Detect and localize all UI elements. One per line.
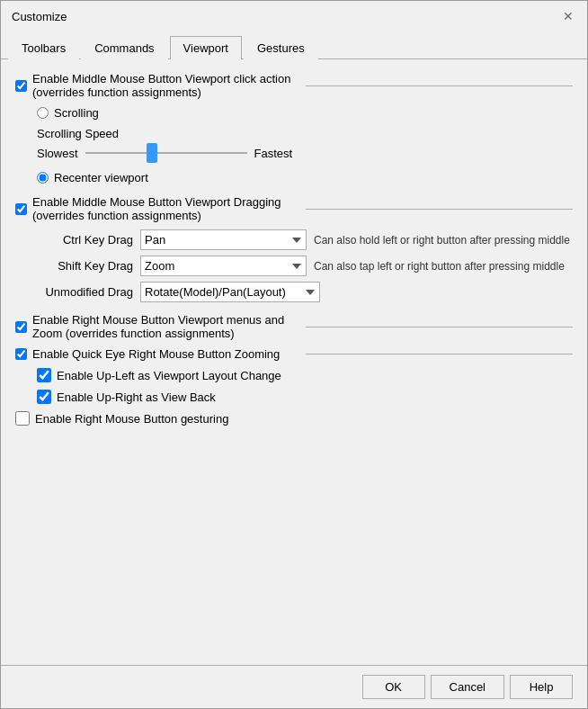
quick-eye-label: Enable Quick Eye Right Mouse Button Zoom…	[32, 347, 300, 361]
rmb-gesture-row: Enable Right Mouse Button gesturing	[15, 411, 573, 426]
mmb-drag-section: Enable Middle Mouse Button Viewport Drag…	[15, 195, 573, 222]
shift-drag-row: Shift Key Drag Zoom Pan Rotate(Model)/Pa…	[37, 256, 573, 276]
tab-toolbars[interactable]: Toolbars	[8, 36, 79, 59]
scrolling-label: Scrolling	[54, 106, 99, 120]
viewport-content: Enable Middle Mouse Button Viewport clic…	[1, 59, 587, 665]
tab-commands[interactable]: Commands	[81, 36, 167, 59]
tab-viewport[interactable]: Viewport	[170, 36, 242, 59]
shift-key-select[interactable]: Zoom Pan Rotate(Model)/Pan(Layout) None	[140, 256, 307, 276]
up-right-row: Enable Up-Right as View Back	[37, 390, 573, 404]
scrolling-speed-label-row: Scrolling Speed	[37, 127, 573, 140]
slider-track[interactable]	[85, 144, 247, 162]
up-right-checkbox[interactable]	[37, 390, 51, 404]
rmb-zoom-section: Enable Right Mouse Button Viewport menus…	[15, 313, 573, 340]
quick-eye-divider	[306, 354, 574, 354]
recenter-radio[interactable]	[37, 172, 49, 184]
slider-min-label: Slowest	[37, 147, 78, 160]
up-left-label: Enable Up-Left as Viewport Layout Change	[57, 369, 281, 382]
rmb-zoom-checkbox[interactable]	[15, 321, 27, 333]
close-button[interactable]: ✕	[560, 8, 576, 24]
mmb-click-label: Enable Middle Mouse Button Viewport clic…	[32, 72, 300, 99]
ctrl-drag-row: Ctrl Key Drag Pan Zoom Rotate(Model)/Pan…	[37, 229, 573, 250]
ctrl-key-label: Ctrl Key Drag	[37, 233, 140, 247]
up-left-checkbox[interactable]	[37, 368, 51, 382]
mmb-drag-label: Enable Middle Mouse Button Viewport Drag…	[32, 195, 300, 222]
quick-eye-checkbox[interactable]	[15, 348, 27, 360]
mmb-click-section: Enable Middle Mouse Button Viewport clic…	[15, 72, 573, 99]
rmb-zoom-divider	[306, 327, 574, 328]
tab-bar: Toolbars Commands Viewport Gestures	[1, 31, 587, 59]
recenter-radio-row: Recenter viewport	[37, 171, 573, 184]
ctrl-key-hint: Can also hold left or right button after…	[314, 234, 570, 247]
unmodified-drag-row: Unmodified Drag Rotate(Model)/Pan(Layout…	[37, 282, 573, 302]
mmb-click-divider	[306, 85, 574, 86]
scrolling-speed-label: Scrolling Speed	[37, 127, 119, 140]
unmodified-label: Unmodified Drag	[37, 285, 140, 299]
ok-button[interactable]: OK	[362, 675, 425, 699]
dialog-title: Customize	[12, 10, 67, 23]
scrolling-radio-row: Scrolling	[37, 106, 573, 120]
up-left-row: Enable Up-Left as Viewport Layout Change	[37, 368, 573, 382]
cancel-button[interactable]: Cancel	[431, 675, 504, 699]
title-bar: Customize ✕	[1, 1, 587, 31]
quick-eye-section: Enable Quick Eye Right Mouse Button Zoom…	[15, 347, 573, 361]
help-button[interactable]: Help	[510, 675, 573, 699]
rmb-gesture-label: Enable Right Mouse Button gesturing	[35, 412, 228, 426]
ctrl-key-select[interactable]: Pan Zoom Rotate(Model)/Pan(Layout) None	[140, 229, 307, 250]
slider-max-label: Fastest	[254, 147, 293, 160]
dialog-footer: OK Cancel Help	[1, 665, 587, 708]
slider-row: Slowest Fastest	[37, 144, 573, 162]
tab-gestures[interactable]: Gestures	[244, 36, 318, 59]
rmb-gesture-checkbox[interactable]	[15, 411, 30, 426]
mmb-drag-divider	[306, 209, 574, 210]
recenter-label: Recenter viewport	[54, 171, 148, 184]
scrolling-speed-section: Scrolling Speed Slowest Fastest	[37, 127, 573, 162]
mmb-click-checkbox[interactable]	[15, 80, 27, 92]
shift-key-hint: Can also tap left or right button after …	[314, 260, 565, 273]
slider-line	[85, 152, 247, 154]
shift-key-label: Shift Key Drag	[37, 259, 140, 273]
rmb-zoom-label: Enable Right Mouse Button Viewport menus…	[32, 313, 300, 340]
up-right-label: Enable Up-Right as View Back	[57, 390, 216, 404]
customize-dialog: Customize ✕ Toolbars Commands Viewport G…	[0, 0, 588, 709]
scrolling-radio[interactable]	[37, 107, 49, 119]
slider-thumb[interactable]	[147, 143, 157, 163]
unmodified-select[interactable]: Rotate(Model)/Pan(Layout) Pan Zoom None	[140, 282, 320, 302]
mmb-drag-checkbox[interactable]	[15, 203, 27, 215]
